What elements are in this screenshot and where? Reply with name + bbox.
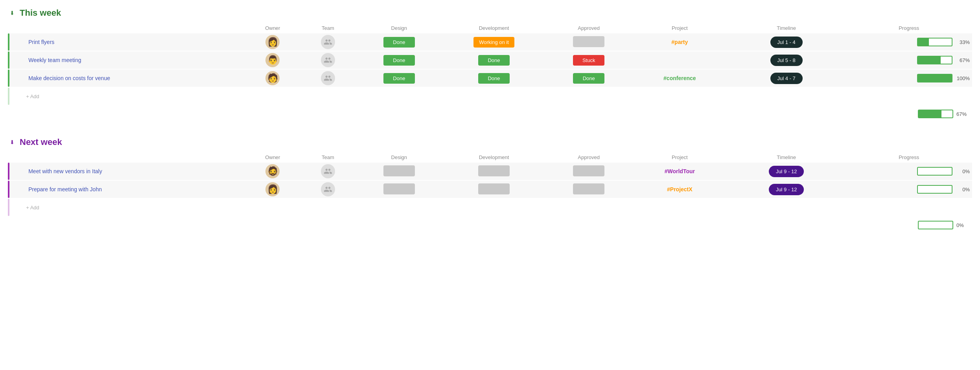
task-name[interactable]: Print flyers — [26, 39, 54, 45]
task-name[interactable]: Weekly team meeting — [26, 57, 81, 63]
status-empty-gray — [478, 183, 510, 194]
progress-cell: 67% — [846, 51, 972, 69]
team-avatar[interactable] — [321, 182, 335, 196]
border-bar — [8, 51, 9, 69]
col-header-approved-tw: Approved — [545, 23, 632, 33]
col-header-task-nw — [24, 152, 245, 163]
row-border — [8, 51, 24, 69]
add-label[interactable]: + Add — [24, 87, 972, 105]
team-avatar[interactable] — [321, 71, 335, 85]
owner-cell: 🧑 — [245, 69, 300, 87]
timeline-badge: Jul 1 - 4 — [770, 37, 803, 48]
avatar[interactable]: 👩 — [265, 182, 280, 196]
timeline-cell: Jul 4 - 7 — [727, 69, 846, 87]
col-header-design-nw: Design — [356, 152, 442, 163]
avatar[interactable]: 👩 — [265, 35, 280, 49]
design-cell — [356, 180, 442, 198]
status-done: Done — [383, 73, 415, 84]
status-stuck: Stuck — [573, 55, 604, 66]
timeline-cell: Jul 5 - 8 — [727, 51, 846, 69]
project-cell — [632, 51, 727, 69]
this-week-table: Owner Team Design Development Approved P… — [8, 23, 972, 105]
dev-cell: Working on it — [442, 33, 545, 51]
add-row[interactable]: + Add — [8, 198, 972, 216]
status-done: Done — [478, 73, 510, 84]
border-bar — [8, 181, 9, 198]
col-header-project-tw: Project — [632, 23, 727, 33]
project-link[interactable]: #WorldTour — [665, 168, 695, 174]
project-link[interactable]: #conference — [663, 75, 696, 81]
add-label[interactable]: + Add — [24, 198, 972, 216]
status-done: Done — [478, 55, 510, 66]
col-header-owner-tw: Owner — [245, 23, 300, 33]
col-header-team-nw: Team — [300, 152, 356, 163]
avatar[interactable]: 🧔 — [265, 164, 280, 178]
this-week-chevron-icon[interactable]: ⬇ — [8, 9, 17, 17]
task-name[interactable]: Make decision on costs for venue — [26, 75, 110, 81]
this-week-summary: 67% — [8, 106, 972, 121]
dev-cell — [442, 163, 545, 180]
task-name[interactable]: Prepare for meeting with John — [26, 186, 102, 192]
status-empty — [573, 36, 604, 47]
team-avatar[interactable] — [321, 53, 335, 67]
add-border — [8, 87, 24, 105]
progress-bar-wrap: 0% — [848, 185, 970, 194]
approved-cell — [545, 180, 632, 198]
border-bar-add — [8, 199, 9, 216]
add-row[interactable]: + Add — [8, 87, 972, 105]
timeline-badge: Jul 4 - 7 — [770, 73, 803, 84]
team-cell — [300, 69, 356, 87]
avatar[interactable]: 🧑 — [265, 71, 280, 85]
row-border — [8, 69, 24, 87]
status-done: Done — [383, 55, 415, 66]
row-border — [8, 163, 24, 180]
progress-pct: 33% — [956, 39, 970, 45]
status-empty-gray — [383, 165, 415, 176]
approved-cell: Done — [545, 69, 632, 87]
task-cell: Weekly team meeting — [24, 51, 245, 69]
status-empty-gray — [573, 183, 604, 194]
timeline-cell: Jul 9 - 12 — [727, 180, 846, 198]
timeline-cell: Jul 9 - 12 — [727, 163, 846, 180]
status-done: Done — [383, 37, 415, 48]
team-avatar[interactable] — [321, 164, 335, 178]
status-done: Done — [573, 73, 604, 84]
next-week-chevron-icon[interactable]: ⬇ — [8, 138, 17, 147]
status-working: Working on it — [473, 37, 514, 48]
approved-cell — [545, 33, 632, 51]
status-empty-gray — [573, 165, 604, 176]
owner-cell: 👨 — [245, 51, 300, 69]
next-week-section: ⬇ Next week Owner Team Design Developmen… — [8, 137, 972, 233]
dev-cell — [442, 180, 545, 198]
approved-cell — [545, 163, 632, 180]
next-week-summary-pct: 0% — [956, 222, 971, 228]
next-week-header: ⬇ Next week — [8, 137, 972, 147]
table-row: Weekly team meeting 👨 Done Done Stuck Ju… — [8, 51, 972, 69]
col-header-owner-nw: Owner — [245, 152, 300, 163]
timeline-badge: Jul 9 - 12 — [769, 166, 804, 177]
progress-cell: 33% — [846, 33, 972, 51]
progress-pct: 100% — [956, 75, 970, 81]
progress-bar-outer — [917, 56, 952, 64]
col-header-approved-nw: Approved — [545, 152, 632, 163]
progress-cell: 0% — [846, 163, 972, 180]
row-border — [8, 33, 24, 51]
task-cell: Print flyers — [24, 33, 245, 51]
project-cell: #conference — [632, 69, 727, 87]
project-link[interactable]: #party — [671, 39, 688, 45]
timeline-badge: Jul 9 - 12 — [769, 184, 804, 195]
task-cell: Prepare for meeting with John — [24, 180, 245, 198]
team-avatar[interactable] — [321, 35, 335, 49]
table-row: Print flyers 👩 Done Working on it #party… — [8, 33, 972, 51]
project-link[interactable]: #ProjectX — [667, 186, 693, 192]
this-week-summary-pct: 67% — [956, 111, 971, 117]
progress-bar-wrap: 100% — [848, 74, 970, 82]
progress-bar-inner — [918, 75, 952, 82]
col-header-team-tw: Team — [300, 23, 356, 33]
status-empty-gray — [383, 183, 415, 194]
next-week-title: Next week — [20, 137, 62, 147]
table-row: Prepare for meeting with John 👩 #Project… — [8, 180, 972, 198]
avatar[interactable]: 👨 — [265, 53, 280, 67]
design-cell: Done — [356, 33, 442, 51]
task-name[interactable]: Meet with new vendors in Italy — [26, 168, 102, 174]
